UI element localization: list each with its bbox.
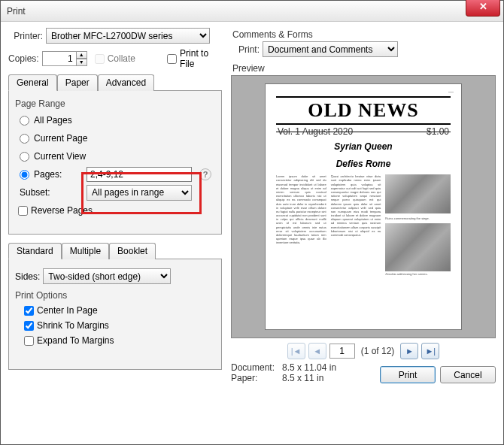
nav-next-button[interactable]: ► [400, 343, 418, 359]
print-options-group: Print Options [15, 290, 215, 301]
preview-col-3: Ruins commemorating the siege. Zenobia a… [385, 174, 451, 276]
copies-input[interactable] [42, 51, 77, 66]
nav-prev-button[interactable]: ◄ [308, 343, 326, 359]
copies-down[interactable]: ▼ [76, 59, 87, 66]
expand-to-margins-checkbox[interactable] [24, 336, 34, 346]
reverse-pages-label: Reverse Pages [31, 205, 93, 216]
nav-page-count: (1 of 12) [361, 346, 395, 356]
preview-col-2: Quasi architecto beatae vitae dicta sunt… [331, 174, 381, 276]
copies-label: Copies: [8, 53, 39, 64]
close-button[interactable]: ✕ [466, 0, 500, 17]
printer-select[interactable]: Brother MFC-L2700DW series [46, 28, 210, 44]
preview-page-folio: — [448, 89, 454, 94]
nav-first-button[interactable]: |◄ [287, 343, 305, 359]
pages-input[interactable] [87, 167, 192, 182]
nav-page-input[interactable] [329, 344, 355, 359]
radio-pages[interactable] [20, 170, 29, 180]
page-range-group: Page Range [15, 98, 215, 109]
preview-page: — OLD NEWS Vol. 1 August 2020$1.00 Syria… [266, 84, 461, 329]
preview-dateline-right: $1.00 [427, 126, 449, 132]
paper-size-label: Paper: [231, 373, 282, 383]
tab-paper[interactable]: Paper [57, 74, 98, 91]
titlebar: Print ✕ [1, 1, 503, 22]
comments-print-select[interactable]: Document and Comments [263, 41, 398, 57]
current-page-label: Current Page [34, 133, 87, 144]
sides-select[interactable]: Two-sided (short edge) [43, 268, 171, 284]
collate-checkbox [95, 54, 105, 64]
nav-last-button[interactable]: ►| [421, 343, 439, 359]
help-icon[interactable]: ? [199, 168, 211, 180]
preview-image-1 [385, 174, 451, 213]
pages-label: Pages: [34, 169, 87, 180]
tab-general[interactable]: General [8, 74, 57, 91]
document-size-value: 8.5 x 11.04 in [282, 362, 336, 373]
shrink-to-margins-label: Shrink To Margins [37, 320, 109, 331]
sides-label: Sides: [15, 271, 40, 282]
expand-to-margins-label: Expand To Margins [37, 335, 114, 346]
reverse-pages-checkbox[interactable] [18, 206, 28, 216]
tab-booklet[interactable]: Booklet [109, 243, 156, 259]
subset-label: Subset: [20, 187, 87, 198]
paper-size-value: 8.5 x 11 in [282, 373, 323, 383]
preview-caption-2: Zenobia addressing her armies. [385, 272, 451, 276]
current-view-label: Current View [34, 151, 86, 162]
cancel-button[interactable]: Cancel [440, 366, 496, 383]
preview-dateline-left: Vol. 1 August 2020 [278, 126, 353, 132]
radio-current-page[interactable] [20, 134, 29, 144]
collate-label: Collate [108, 53, 135, 64]
print-to-file-label: Print to File [180, 48, 213, 69]
radio-all-pages[interactable] [20, 116, 29, 126]
preview-caption-1: Ruins commemorating the siege. [385, 216, 451, 220]
preview-col-1: Lorem ipsum dolor sit amet consectetur a… [276, 174, 326, 276]
radio-current-view[interactable] [20, 152, 29, 162]
document-size-label: Document: [231, 362, 282, 373]
preview-pane: — OLD NEWS Vol. 1 August 2020$1.00 Syria… [231, 75, 496, 338]
print-dialog: Print ✕ Printer: Brother MFC-L2700DW ser… [0, 0, 504, 445]
center-in-page-checkbox[interactable] [24, 306, 34, 316]
shrink-to-margins-checkbox[interactable] [24, 321, 34, 331]
preview-image-2 [385, 223, 451, 271]
preview-headline: Syrian Queen Defies Rome [276, 135, 451, 170]
window-title: Print [7, 6, 26, 17]
preview-group: Preview [232, 63, 496, 74]
center-in-page-label: Center In Page [37, 305, 98, 316]
tab-standard[interactable]: Standard [8, 243, 62, 259]
all-pages-label: All Pages [34, 115, 72, 126]
preview-masthead: OLD NEWS [276, 96, 451, 125]
comments-print-label: Print: [238, 44, 260, 55]
tab-advanced[interactable]: Advanced [98, 74, 154, 91]
comments-forms-group: Comments & Forms [232, 29, 496, 40]
print-to-file-checkbox[interactable] [167, 54, 177, 64]
print-button[interactable]: Print [380, 366, 436, 383]
tab-multiple[interactable]: Multiple [62, 243, 109, 259]
printer-label: Printer: [8, 31, 43, 41]
copies-up[interactable]: ▲ [76, 51, 87, 59]
subset-select[interactable]: All pages in range [87, 185, 192, 201]
